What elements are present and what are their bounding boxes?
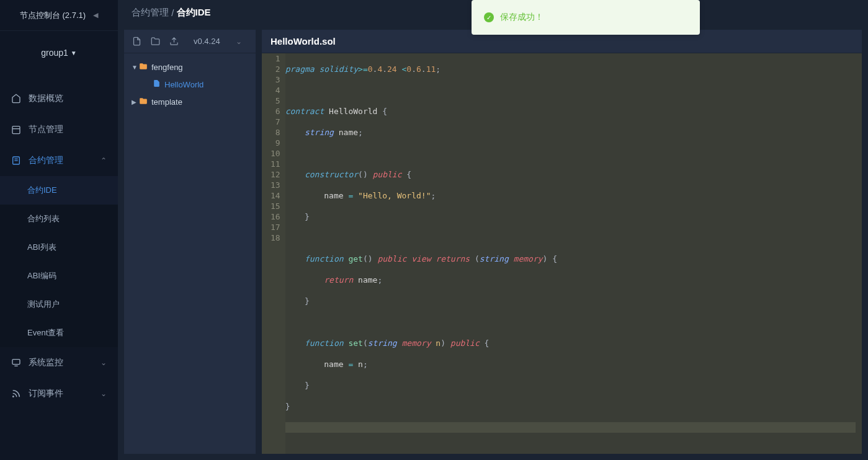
toast-success: ✓ 保存成功！ (472, 0, 700, 35)
home-icon (11, 94, 21, 104)
tree-label: template (151, 97, 182, 107)
code-editor[interactable]: 123456789101112131415161718 pragma solid… (262, 53, 862, 454)
workspace: v0.4.24 ⌄ ▼ fengfeng HelloWorld ▶ templ (118, 25, 868, 460)
nav-test-user[interactable]: 测试用户 (0, 290, 118, 319)
upload-icon[interactable] (169, 37, 179, 46)
nav-abi-list[interactable]: ABI列表 (0, 233, 118, 262)
gutter: 123456789101112131415161718 (262, 53, 285, 454)
nav-subscribe[interactable]: 订阅事件 ⌄ (0, 378, 118, 409)
nav-label: 系统监控 (29, 357, 63, 368)
nav-event-view[interactable]: Event查看 (0, 319, 118, 347)
file-toolbar: v0.4.24 ⌄ (124, 30, 256, 53)
tree-folder-template[interactable]: ▶ template (124, 93, 256, 110)
breadcrumb-parent[interactable]: 合约管理 (132, 7, 169, 19)
new-folder-icon[interactable] (150, 37, 160, 46)
file-tree: ▼ fengfeng HelloWorld ▶ template (124, 53, 256, 454)
breadcrumb-current: 合约IDE (177, 7, 211, 19)
svg-point-7 (13, 396, 14, 397)
nav-contract-mgmt[interactable]: 合约管理 ⌃ (0, 145, 118, 176)
nav-label: 数据概览 (29, 93, 63, 104)
calendar-icon (11, 125, 21, 135)
tree-label: HelloWorld (164, 80, 204, 89)
rss-icon (11, 389, 21, 399)
nav-abi-encode[interactable]: ABI编码 (0, 262, 118, 290)
new-file-icon[interactable] (132, 37, 141, 46)
monitor-icon (11, 358, 21, 368)
caret-down-icon: ▼ (132, 64, 139, 71)
group-label: group1 (41, 48, 68, 58)
nav-system-monitor[interactable]: 系统监控 ⌄ (0, 347, 118, 378)
group-selector[interactable]: group1 ▼ (0, 31, 118, 74)
nav-label: 节点管理 (29, 124, 63, 135)
tree-folder-fengfeng[interactable]: ▼ fengfeng (124, 58, 256, 76)
sidebar-header: 节点控制台 (2.7.1) ◀ (0, 0, 118, 31)
app-title: 节点控制台 (2.7.1) (20, 10, 86, 21)
nav-node-mgmt[interactable]: 节点管理 (0, 114, 118, 145)
svg-rect-0 (12, 126, 20, 134)
nav-label: 合约管理 (29, 155, 63, 166)
caret-down-icon: ▼ (71, 50, 77, 56)
folder-icon (139, 97, 148, 107)
editor-panel: HelloWorld.sol 1234567891011121314151617… (262, 30, 862, 454)
version-selector[interactable]: v0.4.24 ⌄ (187, 37, 248, 46)
file-icon (153, 79, 161, 89)
chevron-down-icon: ⌄ (101, 389, 107, 398)
sidebar: 节点控制台 (2.7.1) ◀ group1 ▼ 数据概览 节点管理 合约管理 … (0, 0, 118, 460)
chevron-down-icon: ⌄ (101, 358, 107, 367)
tree-file-helloworld[interactable]: HelloWorld (124, 76, 256, 93)
collapse-icon[interactable]: ◀ (93, 11, 98, 19)
caret-right-icon: ▶ (132, 99, 139, 105)
nav-contract-ide[interactable]: 合约IDE (0, 176, 118, 205)
nav: 数据概览 节点管理 合约管理 ⌃ 合约IDE 合约列表 ABI列表 ABI编码 … (0, 74, 118, 460)
chevron-up-icon: ⌃ (101, 156, 107, 165)
main: 合约管理 / 合约IDE v0.4.24 ⌄ ▼ fengfeng (118, 0, 868, 460)
nav-label: 订阅事件 (29, 388, 63, 399)
folder-icon (139, 62, 148, 73)
version-label: v0.4.24 (194, 37, 220, 46)
svg-rect-5 (12, 360, 20, 365)
tree-label: fengfeng (151, 63, 183, 72)
nav-contract-list[interactable]: 合约列表 (0, 205, 118, 233)
chevron-down-icon: ⌄ (236, 37, 242, 46)
toast-message: 保存成功！ (500, 12, 544, 23)
file-panel: v0.4.24 ⌄ ▼ fengfeng HelloWorld ▶ templ (124, 30, 256, 454)
document-icon (11, 156, 21, 166)
nav-data-overview[interactable]: 数据概览 (0, 83, 118, 114)
code-content[interactable]: pragma solidity>=0.4.24 <0.6.11; contrac… (285, 53, 862, 454)
check-icon: ✓ (484, 12, 494, 22)
nav-contract-sub: 合约IDE 合约列表 ABI列表 ABI编码 测试用户 Event查看 (0, 176, 118, 347)
